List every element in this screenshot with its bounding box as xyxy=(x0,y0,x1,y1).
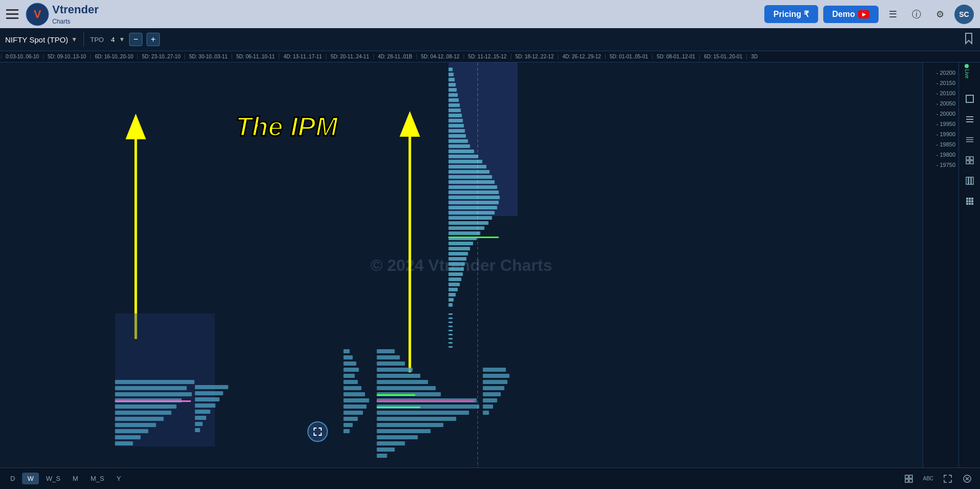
svg-rect-157 xyxy=(971,200,973,202)
svg-rect-154 xyxy=(971,198,973,200)
settings-icon: ⚙ xyxy=(936,9,944,20)
svg-rect-122 xyxy=(449,326,453,327)
svg-text:V: V xyxy=(34,8,41,20)
price-level-19950: - 19950 xyxy=(923,119,958,129)
svg-rect-137 xyxy=(321,433,322,436)
svg-rect-14 xyxy=(115,411,172,415)
svg-rect-147 xyxy=(966,161,969,164)
svg-rect-20 xyxy=(115,400,191,402)
hamburger-menu[interactable] xyxy=(6,9,18,19)
svg-rect-111 xyxy=(449,267,464,271)
svg-rect-123 xyxy=(449,330,453,331)
svg-rect-55 xyxy=(377,423,444,427)
demo-button[interactable]: Demo xyxy=(823,6,879,23)
svg-rect-46 xyxy=(377,368,413,372)
svg-rect-72 xyxy=(449,68,453,71)
timeframe-y-button[interactable]: Y xyxy=(111,473,126,484)
svg-rect-21 xyxy=(195,385,228,389)
live-button[interactable]: Live xyxy=(964,64,970,78)
svg-rect-78 xyxy=(449,98,459,102)
svg-rect-47 xyxy=(377,374,421,378)
svg-rect-95 xyxy=(449,185,497,189)
time-tick-2: 6D: 16-10..20-10 xyxy=(90,54,137,59)
tpo-dropdown-arrow[interactable]: ▼ xyxy=(119,36,125,43)
avatar[interactable]: SC xyxy=(954,5,974,24)
svg-rect-15 xyxy=(115,417,164,421)
abc-label: ABC xyxy=(923,476,934,481)
svg-rect-54 xyxy=(377,417,456,421)
youtube-icon xyxy=(858,10,869,18)
svg-rect-135 xyxy=(314,433,315,436)
svg-rect-35 xyxy=(344,386,362,390)
notes-button[interactable]: ☰ xyxy=(884,5,902,24)
svg-rect-90 xyxy=(449,160,483,163)
svg-rect-121 xyxy=(449,322,453,323)
time-axis: 0:03-10..06-10 5D: 09-10..13-10 6D: 16-1… xyxy=(0,51,980,62)
bottom-grid-icon xyxy=(904,474,913,483)
time-tick-5: 5D: 06-11..10-11 xyxy=(232,54,279,59)
svg-rect-85 xyxy=(449,134,466,138)
svg-rect-75 xyxy=(449,83,456,87)
chart-type-3-button[interactable] xyxy=(961,131,978,148)
svg-rect-65 xyxy=(483,374,510,378)
chart-type-4-button[interactable] xyxy=(961,152,978,169)
svg-rect-107 xyxy=(449,247,470,250)
timeframe-ws-button[interactable]: W_S xyxy=(41,473,66,484)
tpo-minus-button[interactable]: − xyxy=(129,33,142,46)
time-tick-13: 5D: 01-01..05-01 xyxy=(605,54,652,59)
bottom-grid-button[interactable] xyxy=(901,471,916,486)
svg-rect-108 xyxy=(449,252,468,256)
chart-type-6-button[interactable] xyxy=(961,193,978,210)
close-bottom-button[interactable] xyxy=(960,471,975,486)
svg-rect-96 xyxy=(449,190,499,194)
svg-rect-125 xyxy=(449,338,453,339)
svg-rect-44 xyxy=(377,355,400,359)
settings-button[interactable]: ⚙ xyxy=(931,5,949,24)
svg-rect-43 xyxy=(377,349,395,353)
svg-rect-84 xyxy=(449,129,465,133)
symbol-selector[interactable]: NIFTY Spot (TPO) ▼ xyxy=(5,35,77,44)
svg-rect-69 xyxy=(483,398,497,402)
timeframe-m-button[interactable]: M xyxy=(68,473,84,484)
bottom-toolbar: D W W_S M M_S Y ABC xyxy=(0,467,980,489)
svg-rect-88 xyxy=(449,150,474,153)
header: V Vtrender Charts Pricing ₹ Demo ☰ ⓘ ⚙ S… xyxy=(0,0,980,28)
fullscreen-button[interactable] xyxy=(940,471,955,486)
pricing-button[interactable]: Pricing ₹ xyxy=(764,5,818,23)
svg-rect-150 xyxy=(969,177,971,184)
timeframe-d-button[interactable]: D xyxy=(5,473,20,484)
svg-rect-11 xyxy=(115,392,192,396)
svg-rect-28 xyxy=(195,428,200,432)
logo: V Vtrender Charts xyxy=(26,3,98,26)
focus-button[interactable] xyxy=(307,421,328,442)
bookmark-button[interactable] xyxy=(963,32,975,47)
timeframe-ms-button[interactable]: M_S xyxy=(86,473,110,484)
toolbar-divider-1 xyxy=(84,32,84,47)
info-button[interactable]: ⓘ xyxy=(907,5,926,24)
live-dot xyxy=(965,64,969,68)
chart-type-5-button[interactable] xyxy=(961,172,978,189)
svg-rect-106 xyxy=(449,242,473,245)
timeframe-w-button[interactable]: W xyxy=(22,473,38,484)
svg-rect-101 xyxy=(449,216,492,220)
svg-rect-77 xyxy=(449,93,458,97)
svg-rect-114 xyxy=(449,283,460,286)
chart-type-1-button[interactable] xyxy=(961,90,978,108)
svg-rect-91 xyxy=(449,165,487,168)
svg-rect-24 xyxy=(195,403,216,408)
svg-rect-41 xyxy=(344,423,353,427)
svg-rect-98 xyxy=(449,201,499,204)
logo-icon: V xyxy=(26,3,49,26)
svg-rect-62 xyxy=(377,400,474,402)
chart-main[interactable]: © 2024 Vtrender Charts The IPM xyxy=(0,62,923,467)
svg-rect-36 xyxy=(344,392,365,396)
chart-toolbar: NIFTY Spot (TPO) ▼ TPO 4 ▼ − + xyxy=(0,28,980,51)
tpo-plus-button[interactable]: + xyxy=(147,33,160,46)
time-tick-12: 4D: 26-12..29-12 xyxy=(558,54,605,59)
chart-type-2-button[interactable] xyxy=(961,111,978,128)
bottom-text-button[interactable]: ABC xyxy=(921,471,936,486)
svg-rect-57 xyxy=(377,435,418,439)
svg-rect-145 xyxy=(966,157,969,160)
svg-rect-103 xyxy=(449,226,485,230)
svg-rect-83 xyxy=(449,124,464,127)
